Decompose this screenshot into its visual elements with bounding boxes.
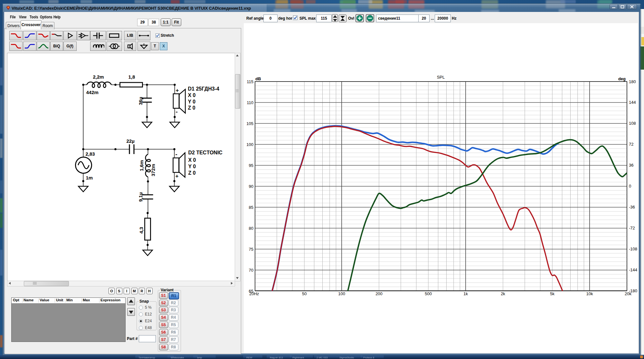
svg-text:9,1µ: 9,1µ <box>137 192 143 202</box>
svg-text:36µ: 36µ <box>137 97 143 105</box>
svg-text:80: 80 <box>249 226 253 231</box>
svg-text:1k: 1k <box>463 291 468 296</box>
svg-text:-: - <box>175 108 177 115</box>
svg-text:70: 70 <box>249 268 253 273</box>
svg-text:105: 105 <box>246 121 253 126</box>
svg-text:22µ: 22µ <box>126 138 134 144</box>
svg-text:-72: -72 <box>629 226 635 230</box>
svg-text:2,83: 2,83 <box>85 151 95 157</box>
svg-text:72: 72 <box>629 142 633 147</box>
svg-text:deg: deg <box>618 76 626 81</box>
svg-text:50: 50 <box>302 291 307 296</box>
svg-text:200: 200 <box>375 291 383 296</box>
svg-text:X 0: X 0 <box>188 157 196 163</box>
svg-text:115: 115 <box>247 79 253 84</box>
svg-text:D1 25ГДН3-4: D1 25ГДН3-4 <box>188 86 219 92</box>
svg-text:0: 0 <box>629 184 631 189</box>
svg-text:Z 0: Z 0 <box>188 105 195 111</box>
svg-text:144: 144 <box>629 100 636 105</box>
svg-text:85: 85 <box>249 205 253 210</box>
svg-text:100: 100 <box>338 291 345 296</box>
svg-text:110: 110 <box>247 100 253 105</box>
svg-text:500: 500 <box>425 291 432 296</box>
svg-text:2,2m: 2,2m <box>93 74 104 80</box>
svg-text:dB: dB <box>255 76 261 81</box>
svg-text:100: 100 <box>246 142 253 147</box>
svg-text:-: - <box>175 151 177 158</box>
svg-text:180: 180 <box>629 79 636 84</box>
svg-text:D2 TECTONIC: D2 TECTONIC <box>188 150 223 155</box>
svg-text:-108: -108 <box>629 247 637 251</box>
svg-text:+: + <box>175 87 179 93</box>
svg-text:-144: -144 <box>629 267 637 272</box>
svg-text:2k: 2k <box>501 291 505 296</box>
svg-text:4,3: 4,3 <box>138 227 144 234</box>
svg-text:442m: 442m <box>86 90 98 95</box>
svg-text:36: 36 <box>629 163 633 168</box>
svg-text:1m: 1m <box>86 175 93 180</box>
svg-text:1,8: 1,8 <box>128 74 135 80</box>
svg-text:Y 0: Y 0 <box>188 164 196 169</box>
svg-text:372m: 372m <box>150 164 156 176</box>
svg-text:90: 90 <box>249 184 253 189</box>
svg-text:5k: 5k <box>550 291 554 296</box>
svg-text:95: 95 <box>249 163 253 168</box>
svg-text:1,6m: 1,6m <box>138 160 144 171</box>
svg-text:20Hz: 20Hz <box>249 291 259 296</box>
svg-text:SPL: SPL <box>437 75 445 80</box>
svg-text:Z 0: Z 0 <box>188 170 195 176</box>
svg-text:+: + <box>175 173 178 179</box>
svg-text:10k: 10k <box>586 291 593 296</box>
svg-text:20k: 20k <box>625 291 631 296</box>
svg-text:X 0: X 0 <box>188 92 195 98</box>
svg-text:108: 108 <box>629 121 636 126</box>
svg-text:Y 0: Y 0 <box>188 99 195 104</box>
svg-text:-36: -36 <box>629 205 635 209</box>
svg-text:75: 75 <box>249 247 253 252</box>
